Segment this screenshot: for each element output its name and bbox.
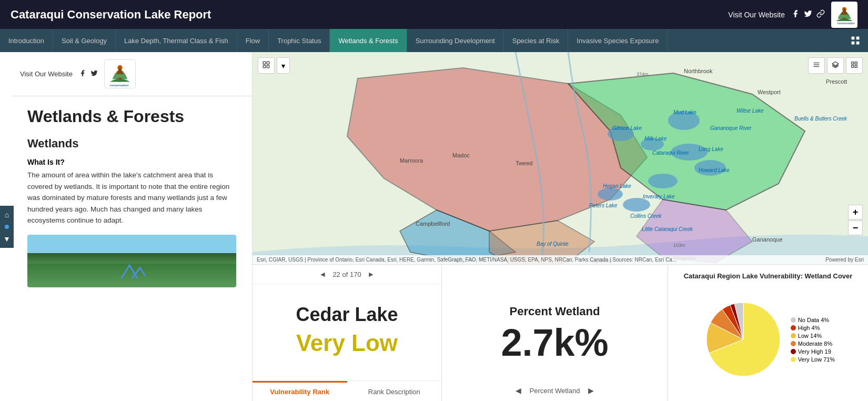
svg-text:Tweed: Tweed [516,160,532,166]
svg-rect-50 [267,62,269,64]
map-toolbar: ▾ [258,57,290,74]
tab-lake-depth[interactable]: Lake Depth, Thermal Class & Fish [116,29,237,52]
svg-text:Inverary Lake: Inverary Lake [643,194,675,199]
svg-text:Westport: Westport [758,89,781,95]
what-is-it-label: What Is It? [27,158,236,166]
svg-text:Little Cataraqui Creek: Little Cataraqui Creek [642,226,693,232]
wetland-nav-label: Percent Wetland [530,387,580,395]
map-zoom-out[interactable]: − [848,220,863,235]
chart-title: Cataraqui Region Lake Vulnerability: Wet… [677,272,860,280]
map-dropdown-btn[interactable]: ▾ [277,57,290,74]
map-zoom-controls: + − [848,205,863,235]
wetland-percent-card: Percent Wetland 2.7k% ◀ Percent Wetland … [442,265,668,401]
legend-moderate: Moderate 8% [791,340,835,347]
svg-text:Collins Creek: Collins Creek [630,213,662,219]
tab-wetlands-forests[interactable]: Wetlands & Forests [330,29,407,52]
tab-introduction[interactable]: Introduction [0,29,53,52]
nav-home-icon[interactable]: ⌂ [2,210,12,219]
legend-dot-low [791,333,796,338]
legend-label-very-low: Very Low 71% [798,356,835,363]
svg-text:Wiltse Lake: Wiltse Lake [736,108,764,114]
svg-text:Mud Lake: Mud Lake [673,109,697,115]
sidebar-forest-image [27,235,236,287]
svg-text:Marmora: Marmora [400,157,423,164]
svg-rect-5 [856,37,860,40]
sidebar-twitter-icon[interactable] [90,69,98,78]
lake-nav-counter: 22 of 170 [332,270,361,278]
svg-rect-6 [852,42,855,45]
wetland-prev-btn[interactable]: ◀ [516,386,521,395]
tab-trophic-status[interactable]: Trophic Status [269,29,330,52]
sidebar-header: Visit Our Website [12,52,252,96]
svg-point-19 [598,188,623,200]
tab-soil-geology[interactable]: Soil & Geology [53,29,116,52]
map-grid-btn[interactable] [846,57,863,74]
lake-card-body: Cedar Lake Very Low [253,284,441,380]
nav-tabs-bar: Introduction Soil & Geology Lake Depth, … [0,29,868,52]
tab-vulnerability-rank[interactable]: Vulnerability Rank [253,381,347,401]
lake-card-tabs: Vulnerability Rank Rank Description [253,380,441,401]
lake-prev-btn[interactable]: ◄ [319,270,327,278]
sidebar-section-title: Wetlands [27,137,236,151]
sidebar-social-icons [79,69,98,78]
attribution-text: Esri, CGIAR, USGS | Province of Ontario,… [257,257,677,263]
header-logo: conservation [831,2,857,28]
nav-down-arrow[interactable]: ▼ [2,234,12,244]
svg-text:103m: 103m [673,243,685,248]
svg-text:Gananoque River: Gananoque River [710,125,752,131]
tab-grid-menu[interactable] [843,29,868,52]
lake-card-nav: ◄ 22 of 170 ► [253,265,441,284]
legend-dot-high [791,325,796,330]
wetland-next-btn[interactable]: ▶ [588,386,594,395]
tab-flow[interactable]: Flow [237,29,269,52]
svg-text:Gananoque: Gananoque [752,236,783,243]
sidebar-description: The amount of area within the lake's cat… [27,169,236,226]
svg-rect-52 [267,65,269,68]
svg-text:Bay of Quinte: Bay of Quinte [537,241,569,247]
lake-vulnerability-card: ◄ 22 of 170 ► Cedar Lake Very Low Vulner… [253,265,442,401]
tab-invasive-species[interactable]: Invasive Species Exposure [568,29,668,52]
svg-text:Gibson Lake: Gibson Lake [612,125,642,131]
map-zoom-in[interactable]: + [848,205,863,219]
app-header: Cataraqui Conservation Lake Report Visit… [0,0,868,29]
powered-by-text: Powered by Esri [825,257,864,263]
lake-next-btn[interactable]: ► [368,270,375,278]
tab-rank-description[interactable]: Rank Description [347,381,442,401]
sidebar-facebook-icon[interactable] [79,69,86,78]
wetland-nav: ◀ Percent Wetland ▶ [442,386,668,395]
svg-rect-4 [852,37,855,40]
legend-dot-no-data [791,317,796,323]
map-layers-btn[interactable] [827,57,844,74]
nav-dot[interactable] [5,225,9,229]
svg-point-17 [648,174,678,188]
legend-high: High 4% [791,325,835,331]
link-icon[interactable] [816,9,825,20]
page-nav-arrows: ⌂ ▼ [0,206,14,248]
legend-label-very-high: Very High 19 [798,348,831,355]
legend-very-high: Very High 19 [791,348,835,355]
legend-low: Low 14% [791,333,835,339]
tab-species-at-risk[interactable]: Species at Risk [504,29,569,52]
pie-chart-rendered [701,297,785,382]
lake-name: Cedar Lake [296,304,398,326]
legend-label-no-data: No Data 4% [798,317,829,323]
tab-surrounding-dev[interactable]: Surrounding Development [407,29,504,52]
main-layout: ⌂ ▼ Visit Our Website [0,52,868,401]
svg-rect-7 [856,42,860,45]
twitter-icon[interactable] [804,9,812,20]
sidebar-main-title: Wetlands & Forests [27,107,236,126]
right-content: Northbrook Westport Prescott Marmora Mad… [253,52,868,401]
app-title: Cataraqui Conservation Lake Report [11,8,211,22]
map-svg: Northbrook Westport Prescott Marmora Mad… [253,52,868,264]
map-list-btn[interactable] [808,57,825,74]
chart-card: Cataraqui Region Lake Vulnerability: Wet… [668,265,868,401]
visit-website-label: Visit Our Website [728,11,785,19]
svg-point-20 [623,198,650,212]
svg-text:conservation: conservation [837,22,855,25]
svg-rect-57 [852,62,854,64]
svg-text:conservation: conservation [110,84,129,87]
map-select-btn[interactable] [258,57,275,74]
header-right: Visit Our Website conservation [728,2,857,28]
legend-dot-moderate [791,341,796,346]
facebook-icon[interactable] [791,9,800,20]
